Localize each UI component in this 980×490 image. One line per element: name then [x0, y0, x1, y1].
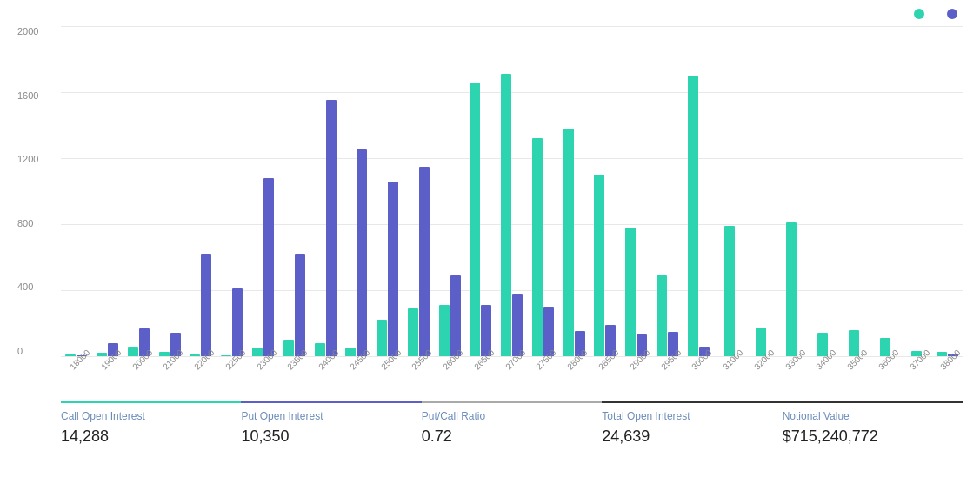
- legend-puts: [947, 9, 963, 19]
- put-bar: [263, 178, 274, 356]
- y-label: 1200: [17, 154, 38, 164]
- call-bar: [377, 320, 387, 356]
- bar-group: [683, 76, 714, 356]
- legend: [914, 9, 963, 19]
- y-label: 2000: [17, 26, 38, 36]
- put-bar: [388, 182, 398, 356]
- stat-label: Notional Value: [783, 410, 963, 422]
- chart-area: 2000160012008004000: [61, 26, 963, 356]
- bar-group: [372, 182, 403, 356]
- y-labels: 2000160012008004000: [17, 26, 38, 356]
- stats-row: Call Open Interest14,288Put Open Interes…: [61, 391, 963, 446]
- bar-group: [185, 254, 217, 356]
- stat-label: Total Open Interest: [602, 410, 782, 422]
- put-bar: [357, 149, 367, 356]
- chart-container: 2000160012008004000 18000190002000021000…: [0, 0, 980, 490]
- put-bar: [295, 254, 305, 356]
- call-bar: [252, 348, 263, 356]
- bar-group: [248, 178, 279, 356]
- call-bar: [501, 74, 511, 356]
- stat-item: Total Open Interest24,639: [602, 401, 782, 446]
- bar-group: [341, 149, 372, 356]
- y-label: 800: [17, 218, 38, 228]
- puts-dot: [947, 9, 957, 19]
- bar-group: [621, 228, 652, 356]
- bar-group: [403, 167, 434, 356]
- y-label: 400: [17, 281, 38, 292]
- bar-group: [465, 83, 497, 356]
- stat-value: 10,350: [241, 427, 421, 446]
- stat-value: $715,240,772: [783, 427, 963, 446]
- y-label: 1600: [17, 90, 38, 101]
- bar-group: [278, 254, 310, 356]
- bar-group: [527, 138, 558, 356]
- bar-group: [714, 226, 745, 356]
- stat-label: Call Open Interest: [61, 410, 241, 422]
- bar-group: [434, 275, 465, 356]
- bars-area: [61, 26, 963, 356]
- stat-value: 0.72: [422, 427, 602, 446]
- x-labels-container: 1800019000200002100022000225002300023500…: [61, 356, 963, 391]
- call-bar: [470, 83, 480, 356]
- call-bar: [408, 308, 418, 356]
- bar-group: [558, 129, 590, 356]
- legend-calls: [914, 9, 930, 19]
- call-bar: [345, 348, 356, 356]
- bar-group: [590, 175, 621, 356]
- stat-value: 24,639: [602, 427, 782, 446]
- call-bar: [315, 343, 325, 356]
- call-bar: [657, 275, 667, 356]
- put-bar: [326, 100, 337, 356]
- call-bar: [65, 354, 76, 356]
- call-bar: [625, 228, 636, 356]
- y-label: 0: [17, 346, 38, 356]
- call-bar: [688, 76, 698, 356]
- call-bar: [128, 347, 138, 356]
- bar-group: [497, 74, 528, 356]
- bar-group: [310, 100, 341, 356]
- call-bar: [563, 129, 574, 356]
- call-bar: [532, 138, 543, 356]
- calls-dot: [914, 9, 924, 19]
- bar-group: [777, 222, 808, 356]
- stat-item: Put Open Interest10,350: [241, 401, 421, 446]
- stat-item: Call Open Interest14,288: [61, 401, 241, 446]
- call-bar: [283, 340, 294, 356]
- call-bar: [439, 305, 450, 356]
- stat-item: Notional Value$715,240,772: [783, 401, 963, 446]
- put-bar: [450, 275, 461, 356]
- call-bar: [786, 222, 797, 356]
- call-bar: [594, 175, 604, 356]
- stat-item: Put/Call Ratio0.72: [422, 401, 602, 446]
- put-bar: [201, 254, 211, 356]
- call-bar: [724, 226, 735, 356]
- stat-label: Put Open Interest: [241, 410, 421, 422]
- put-bar: [419, 167, 430, 356]
- stat-label: Put/Call Ratio: [422, 410, 602, 422]
- stat-value: 14,288: [61, 427, 241, 446]
